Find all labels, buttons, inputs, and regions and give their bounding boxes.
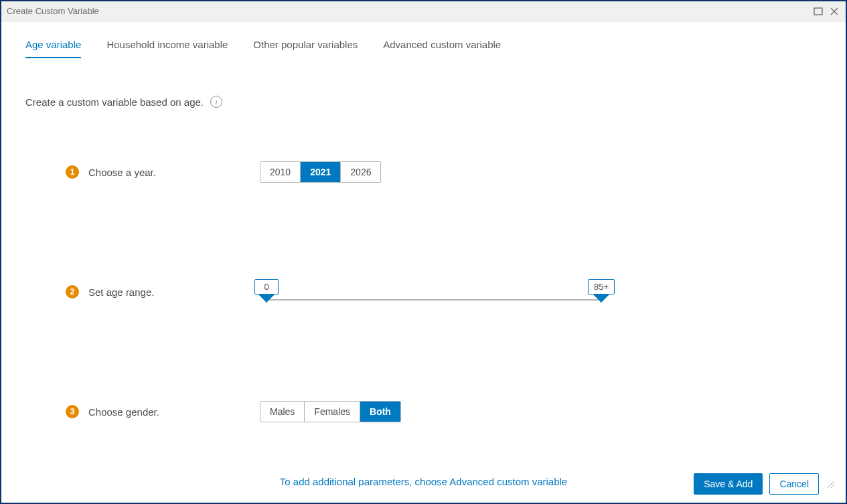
slider-max-value: 85+ xyxy=(588,279,615,295)
svg-line-4 xyxy=(831,485,834,488)
tab-other-popular[interactable]: Other popular variables xyxy=(253,35,358,58)
window-title: Create Custom Variable xyxy=(7,6,99,16)
gender-option-females[interactable]: Females xyxy=(304,402,360,422)
step-label-gender: Choose gender. xyxy=(88,406,159,418)
info-icon[interactable]: i xyxy=(210,96,222,108)
year-option-2010[interactable]: 2010 xyxy=(260,162,300,182)
slider-min-value: 0 xyxy=(254,279,279,295)
cancel-button[interactable]: Cancel xyxy=(769,473,819,495)
slider-handle-min[interactable]: 0 xyxy=(254,279,279,303)
step-badge-1: 1 xyxy=(66,165,79,179)
age-range-slider[interactable]: 0 85+ xyxy=(260,280,608,307)
slider-handle-arrow xyxy=(258,295,275,303)
svg-line-3 xyxy=(828,481,834,488)
tab-age-variable[interactable]: Age variable xyxy=(25,35,81,58)
gender-segmented: Males Females Both xyxy=(260,401,401,422)
intro-text: Create a custom variable based on age. xyxy=(25,96,204,108)
step-choose-gender: 3 Choose gender. Males Females Both xyxy=(25,401,822,422)
content-area: Create a custom variable based on age. i… xyxy=(1,58,846,503)
footer-buttons: Save & Add Cancel xyxy=(694,473,835,495)
tab-household-income[interactable]: Household income variable xyxy=(106,35,228,58)
dialog-window: Create Custom Variable Age variable Hous… xyxy=(0,0,847,504)
resize-grip-icon[interactable] xyxy=(826,479,835,489)
titlebar: Create Custom Variable xyxy=(1,1,846,21)
gender-option-both[interactable]: Both xyxy=(360,402,400,422)
year-option-2021[interactable]: 2021 xyxy=(300,162,340,182)
save-add-button[interactable]: Save & Add xyxy=(694,473,763,495)
step-choose-year: 1 Choose a year. 2010 2021 2026 xyxy=(25,161,822,183)
tab-advanced-custom[interactable]: Advanced custom variable xyxy=(383,35,501,58)
slider-handle-arrow xyxy=(593,295,609,303)
tab-bar: Age variable Household income variable O… xyxy=(1,21,846,58)
year-option-2026[interactable]: 2026 xyxy=(340,162,380,182)
step-badge-3: 3 xyxy=(66,405,79,418)
close-icon[interactable] xyxy=(828,5,840,17)
step-label-year: Choose a year. xyxy=(88,167,156,178)
slider-handle-max[interactable]: 85+ xyxy=(588,279,615,303)
step-label-range: Set age range. xyxy=(88,286,154,298)
step-set-age-range: 2 Set age range. 0 85+ xyxy=(25,276,822,307)
svg-rect-0 xyxy=(814,8,822,15)
year-segmented: 2010 2021 2026 xyxy=(260,161,381,183)
maximize-icon[interactable] xyxy=(812,5,824,17)
intro-row: Create a custom variable based on age. i xyxy=(25,96,822,108)
slider-track xyxy=(266,299,601,301)
step-badge-2: 2 xyxy=(66,285,79,299)
gender-option-males[interactable]: Males xyxy=(260,402,304,422)
